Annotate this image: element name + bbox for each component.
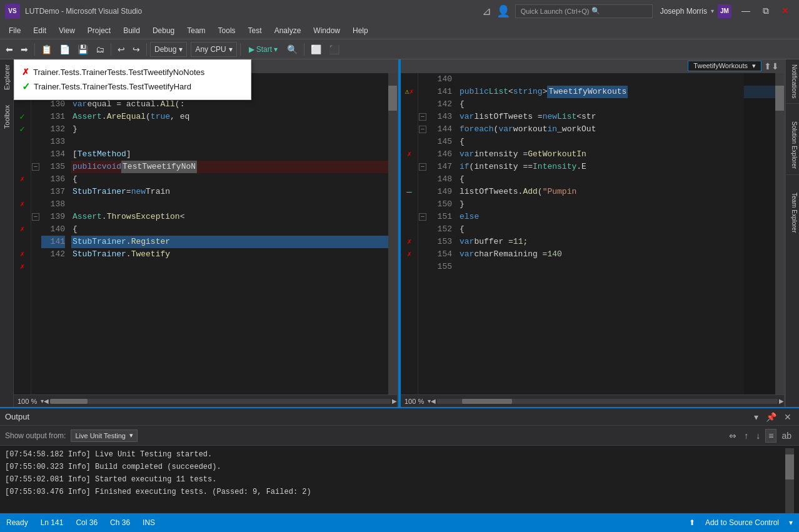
rclp-144[interactable]: — — [418, 123, 428, 136]
test-fail-label: Trainer.Tests.TrainerTests.TestTweetifyN… — [33, 68, 204, 77]
close-button[interactable]: ✕ — [776, 6, 794, 16]
restore-button[interactable]: ⧉ — [758, 6, 774, 16]
output-filter-btn[interactable]: ≡ — [765, 429, 776, 443]
ri-147 — [401, 161, 418, 173]
output-search-btn[interactable]: ab — [779, 429, 794, 443]
right-hscroll-thumb[interactable] — [462, 399, 512, 404]
menu-debug[interactable]: Debug — [146, 24, 181, 38]
menu-build[interactable]: Build — [117, 24, 146, 38]
output-title: Output — [5, 412, 29, 421]
paste-button[interactable]: 📄 — [56, 43, 73, 56]
ind-140 — [14, 236, 31, 248]
forward-button[interactable]: ➡ — [18, 43, 31, 56]
menu-window[interactable]: Window — [307, 24, 346, 38]
undo-button[interactable]: ↩ — [114, 43, 128, 56]
right-code-panel: TweetifyWorkouts ▾ ⬆ ⬇ ⚠ ✗ — [401, 59, 785, 407]
code-132: } — [71, 123, 388, 136]
bp2-button[interactable]: ⬛ — [326, 43, 343, 56]
output-format-controls: ⇔ ↑ ↓ ≡ ab — [726, 429, 794, 443]
team-explorer-tab[interactable]: Team Explorer — [786, 188, 799, 238]
filter-icon[interactable]: ⊿ — [482, 4, 491, 18]
right-code-content[interactable]: public List<string> TweetifyWorkouts { v… — [456, 73, 744, 394]
rln-145: 145 — [428, 136, 452, 148]
output-up-btn[interactable]: ↑ — [741, 429, 751, 443]
menu-file[interactable]: File — [3, 24, 27, 38]
toolbar-sep-2 — [111, 43, 111, 56]
clp-130 — [31, 98, 41, 111]
menu-help[interactable]: Help — [346, 24, 374, 38]
rcode-144: foreach (var workout in _workOut — [458, 123, 744, 136]
right-vscroll-thumb[interactable] — [775, 86, 784, 111]
find-button[interactable]: 🔍 — [284, 43, 301, 56]
status-source-control[interactable]: Add to Source Control — [705, 518, 779, 527]
redo-button[interactable]: ↪ — [129, 43, 143, 56]
clp-142 — [31, 248, 41, 261]
minimize-button[interactable]: — — [736, 6, 755, 16]
right-line-numbers: 140 141 142 143 144 145 146 147 148 149 … — [428, 73, 456, 394]
copy-button[interactable]: 📋 — [38, 43, 55, 56]
left-hscroll-track[interactable] — [50, 399, 391, 404]
left-vscroll-thumb[interactable] — [388, 86, 397, 111]
right-scroll-left-btn[interactable]: ◀ — [431, 398, 436, 404]
right-scroll-bot[interactable]: ⬇ — [771, 61, 779, 71]
right-zoom-level[interactable]: 100 % — [401, 398, 428, 405]
save-button[interactable]: 💾 — [74, 43, 91, 56]
explorer-tab[interactable]: Explorer — [2, 59, 12, 95]
user-dropdown-icon[interactable]: ▾ — [711, 8, 714, 14]
menu-team[interactable]: Team — [181, 24, 211, 38]
left-zoom-level[interactable]: 100 % — [14, 398, 41, 405]
output-close-btn[interactable]: ✕ — [781, 411, 794, 423]
output-down-btn[interactable]: ↓ — [753, 429, 763, 443]
menu-test[interactable]: Test — [242, 24, 268, 38]
toolbox-tab[interactable]: Toolbox — [2, 100, 12, 134]
user-section: Joseph Morris ▾ JM — [660, 4, 731, 18]
code-133 — [71, 136, 388, 148]
left-code-content[interactable]: var actual = StubTraine var equal = actu… — [69, 73, 388, 394]
notifications-tab[interactable]: Notifications — [786, 59, 799, 104]
left-vscroll[interactable] — [388, 73, 397, 394]
right-scroll-top[interactable]: ⬆ — [764, 61, 771, 71]
left-scroll-left[interactable]: ◀ — [44, 398, 49, 404]
right-vscroll[interactable] — [775, 73, 784, 394]
output-pin-btn[interactable]: 📌 — [763, 411, 779, 423]
toolbar-sep-5 — [304, 43, 304, 56]
platform-dropdown[interactable]: Any CPU ▾ — [191, 42, 236, 57]
right-function-selected[interactable]: TweetifyWorkouts ▾ — [688, 61, 761, 71]
user-icon[interactable]: 👤 — [496, 4, 510, 18]
menu-view[interactable]: View — [53, 24, 81, 38]
ri-149b: — — [401, 186, 418, 198]
rcode-149: listOfTweets.Add("Pumpin — [458, 186, 744, 198]
status-ins[interactable]: INS — [143, 518, 155, 527]
menu-project[interactable]: Project — [81, 24, 117, 38]
rclp-151[interactable]: — — [418, 211, 428, 223]
test-pass-label: Trainer.Tests.TrainerTests.TestTweetifyH… — [34, 82, 191, 91]
ind-129 — [14, 98, 31, 111]
status-col[interactable]: Col 36 — [76, 518, 98, 527]
status-ln[interactable]: Ln 141 — [41, 518, 64, 527]
output-source-dropdown[interactable]: Live Unit Testing ▾ — [71, 429, 138, 442]
save-all-button[interactable]: 🗂 — [93, 43, 108, 56]
left-scroll-right[interactable]: ▶ — [392, 398, 397, 404]
solution-explorer-tab[interactable]: Solution Explorer — [786, 116, 799, 174]
bp-button[interactable]: ⬜ — [308, 43, 324, 56]
clp-135[interactable]: — — [31, 161, 41, 173]
output-vscroll-thumb[interactable] — [785, 454, 794, 479]
start-button[interactable]: ▶ Start ▾ — [244, 43, 283, 56]
back-button[interactable]: ⬅ — [3, 43, 16, 56]
output-dropdown-btn[interactable]: ▾ — [751, 411, 761, 423]
config-dropdown[interactable]: Debug ▾ — [150, 42, 187, 57]
right-hscroll-track[interactable] — [437, 399, 778, 404]
menu-tools[interactable]: Tools — [212, 24, 242, 38]
quick-launch-box[interactable]: Quick Launch (Ctrl+Q) 🔍 — [515, 4, 653, 18]
menu-edit[interactable]: Edit — [27, 24, 53, 38]
rclp-147[interactable]: — — [418, 161, 428, 173]
output-wrap-btn[interactable]: ⇔ — [726, 429, 739, 443]
ln-138: 138 — [41, 198, 65, 211]
rclp-143[interactable]: — — [418, 111, 428, 123]
left-hscroll-thumb[interactable] — [50, 399, 88, 404]
clp-139[interactable]: — — [31, 211, 41, 223]
status-ch[interactable]: Ch 36 — [110, 518, 130, 527]
right-func-dropdown-icon[interactable]: ▾ — [752, 62, 756, 69]
right-scroll-right-btn[interactable]: ▶ — [779, 398, 784, 404]
menu-analyze[interactable]: Analyze — [268, 24, 308, 38]
